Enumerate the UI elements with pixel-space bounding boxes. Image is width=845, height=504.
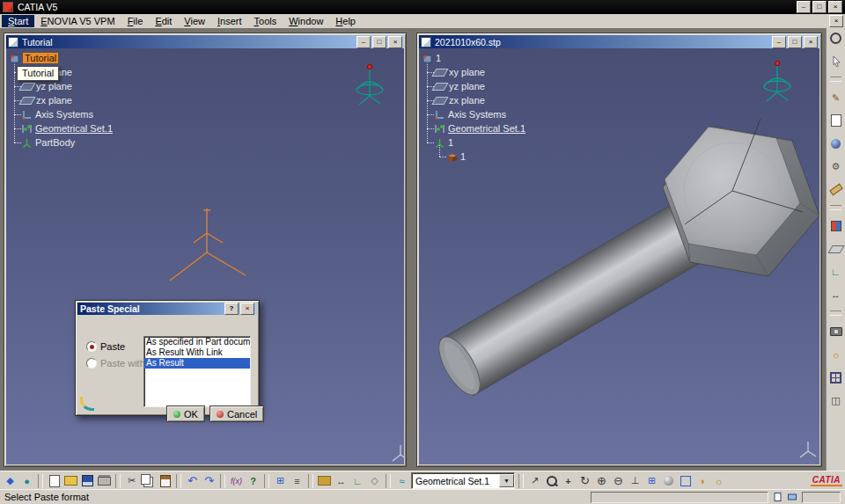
workbench-icon[interactable]: ◆	[3, 474, 18, 488]
open-folder-icon[interactable]	[63, 474, 78, 488]
ruler-icon[interactable]	[828, 182, 843, 196]
minimize-button[interactable]: –	[797, 1, 811, 13]
close-button[interactable]: ×	[828, 1, 842, 13]
status-input-field[interactable]	[591, 492, 768, 503]
tree-item-node-1[interactable]: 1	[434, 136, 453, 149]
tree-item-label[interactable]: yz plane	[36, 81, 72, 91]
catalog-icon[interactable]	[317, 474, 332, 488]
tree-item-label[interactable]: Geometrical Set.1	[448, 123, 525, 134]
render-style-icon[interactable]	[828, 31, 843, 45]
zoom-out-icon[interactable]: ⊖	[611, 474, 626, 488]
compass-handle[interactable]	[367, 64, 371, 69]
hide-show-icon[interactable]: ◑	[694, 474, 709, 488]
dialog-close-button[interactable]: ×	[240, 303, 254, 315]
tree-item-label[interactable]: yz plane	[449, 81, 485, 91]
tree-item-geometrical-set[interactable]: Geometrical Set.1	[434, 122, 525, 135]
tree-item-yz-plane[interactable]: yz plane	[434, 80, 485, 92]
sphere-icon[interactable]	[828, 136, 843, 150]
zoom-in-icon[interactable]: ⊕	[594, 474, 609, 488]
paste-format-listbox[interactable]: As specified in Part document As Result …	[143, 336, 251, 407]
window-minimize-button[interactable]: –	[356, 36, 371, 48]
paste-radio[interactable]	[86, 341, 97, 352]
camera-icon[interactable]	[828, 325, 843, 339]
menu-help[interactable]: Help	[329, 15, 362, 27]
window-close-button[interactable]: ×	[804, 36, 818, 48]
status-link-icon[interactable]	[788, 493, 797, 501]
tree-item-zx-plane[interactable]: zx plane	[21, 94, 72, 106]
undo-icon[interactable]: ↶	[185, 474, 200, 488]
menu-enovia[interactable]: ENOVIA V5 VPM	[34, 15, 121, 27]
tree-item-label[interactable]: xy plane	[449, 67, 485, 77]
tree-item-label[interactable]: Axis Systems	[448, 109, 506, 120]
list-icon[interactable]: ≡	[290, 474, 305, 488]
plane-icon[interactable]	[828, 242, 843, 256]
chevron-down-icon[interactable]: ▼	[499, 474, 514, 487]
menu-window[interactable]: Window	[283, 15, 329, 27]
tree-root-label[interactable]: 1	[436, 53, 441, 63]
window-close-button[interactable]: ×	[388, 36, 402, 48]
rotate-icon[interactable]: ↻	[577, 474, 592, 488]
menu-view[interactable]: View	[178, 15, 211, 27]
paste-format-option[interactable]: As specified in Part document	[144, 337, 250, 347]
axis-icon[interactable]: ∟	[828, 265, 843, 279]
document-close-button[interactable]: ×	[829, 15, 843, 27]
shaded-view-icon[interactable]	[661, 474, 676, 488]
fly-icon[interactable]: ↗	[527, 474, 542, 488]
dialog-titlebar[interactable]: Paste Special ? ×	[77, 303, 257, 315]
view-compass[interactable]	[349, 61, 390, 108]
compass-handle[interactable]	[775, 61, 779, 65]
paste-radio-row[interactable]: Paste	[86, 341, 125, 352]
light-icon[interactable]: ☼	[711, 474, 726, 488]
axes-icon[interactable]: ∟	[350, 474, 365, 488]
toolbar-handle[interactable]	[830, 77, 841, 82]
save-icon[interactable]	[80, 474, 95, 488]
print-icon[interactable]	[97, 474, 112, 488]
toolbar-handle[interactable]	[830, 310, 841, 316]
toolbar-handle[interactable]	[830, 205, 841, 210]
tree-item-yz-plane[interactable]: yz plane	[21, 80, 72, 92]
select-arrow-icon[interactable]	[828, 54, 843, 68]
maximize-button[interactable]: □	[812, 1, 827, 13]
redo-icon[interactable]: ↷	[202, 474, 217, 488]
menu-insert[interactable]: Insert	[211, 15, 248, 27]
multi-view-icon[interactable]: ⊞	[644, 474, 659, 488]
sheet-icon[interactable]	[828, 113, 843, 128]
menu-file[interactable]: File	[121, 15, 150, 27]
stp-window-titlebar[interactable]: 2021010x60.stp – □ ×	[419, 35, 819, 48]
bulb-icon[interactable]: ☼	[828, 347, 843, 362]
active-set-combobox[interactable]: Geometrical Set.1 ▼	[411, 472, 515, 489]
tree-item-partbody[interactable]: PartBody	[21, 136, 75, 149]
window-restore-button[interactable]: □	[788, 36, 802, 48]
tree-item-label[interactable]: PartBody	[35, 137, 75, 148]
tree-item-label[interactable]: Geometrical Set.1	[35, 123, 113, 134]
view-compass[interactable]	[757, 57, 797, 105]
ok-button[interactable]: OK	[166, 405, 205, 422]
tree-item-zx-plane[interactable]: zx plane	[434, 94, 485, 106]
copy-icon[interactable]	[141, 474, 156, 488]
tree-root-part[interactable]: 1	[422, 52, 441, 64]
grid-icon[interactable]	[828, 370, 843, 384]
pan-icon[interactable]: +	[561, 474, 576, 488]
dialog-help-button[interactable]: ?	[224, 303, 239, 315]
menu-start[interactable]: Start	[2, 15, 34, 27]
tree-item-axis-systems[interactable]: Axis Systems	[434, 108, 506, 121]
tree-item-label[interactable]: zx plane	[36, 95, 72, 106]
tree-root-label[interactable]: Tutorial	[23, 53, 58, 63]
paint-icon[interactable]	[828, 219, 843, 233]
measure-icon[interactable]: ↔	[828, 288, 843, 302]
status-doc-icon[interactable]	[774, 493, 783, 501]
paste-with-link-radio[interactable]	[86, 358, 97, 369]
layers-icon[interactable]: ◫	[828, 393, 843, 407]
cut-icon[interactable]: ✂	[124, 474, 139, 488]
link-icon[interactable]: ≈	[394, 474, 409, 488]
measure-icon[interactable]: ↔	[334, 474, 349, 488]
origin-axis-triad[interactable]	[156, 198, 258, 289]
normal-view-icon[interactable]: ⊥	[628, 474, 643, 488]
tree-item-geometrical-set[interactable]: Geometrical Set.1	[21, 122, 113, 135]
tree-item-label[interactable]: Axis Systems	[35, 109, 93, 120]
browser-icon[interactable]: ●	[19, 474, 34, 488]
tree-item-label[interactable]: zx plane	[449, 95, 485, 106]
menu-edit[interactable]: Edit	[149, 15, 178, 27]
tree-item-solid-1[interactable]: 1	[446, 150, 466, 163]
fit-all-icon[interactable]	[544, 474, 559, 488]
